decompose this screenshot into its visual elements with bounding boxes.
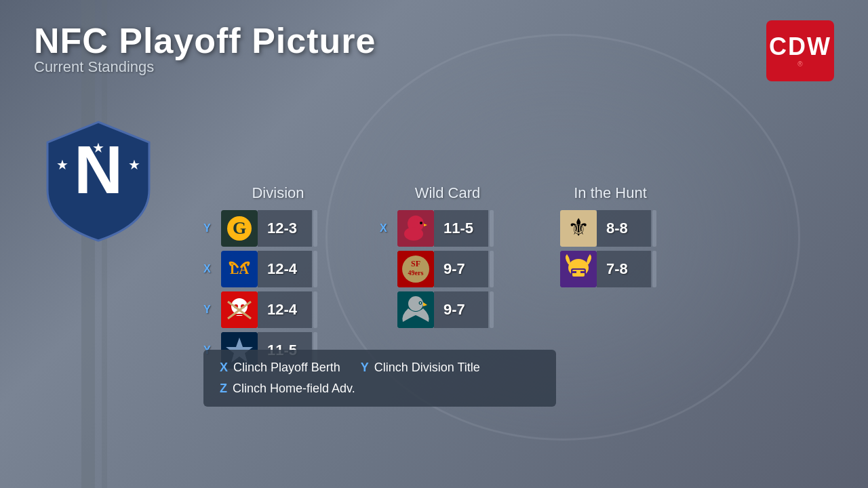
packers-logo-svg: G xyxy=(221,210,258,247)
table-row: X 11-5 xyxy=(380,210,515,247)
division-header: Division xyxy=(203,184,353,202)
row-end-bar xyxy=(652,210,656,247)
page-title: NFC Playoff Picture xyxy=(34,20,834,61)
table-row: SF 49ers 9-7 xyxy=(380,251,515,287)
legend-badge-y: Y xyxy=(361,361,369,375)
team-badge: X xyxy=(380,222,393,235)
team-badge: Y xyxy=(203,304,217,316)
legend-badge-x: X xyxy=(220,361,228,375)
legend-item-y: Y Clinch Division Title xyxy=(361,361,480,375)
rams-logo-svg: LA xyxy=(221,251,258,287)
team-logo-49ers: SF 49ers xyxy=(397,251,434,287)
standings-columns: Division Y G 12-3 X xyxy=(203,184,834,373)
legend-box: X Clinch Playoff Berth Y Clinch Division… xyxy=(203,350,556,407)
main-content: NFC Playoff Picture Current Standings N … xyxy=(0,0,868,488)
team-logo-buccaneers xyxy=(221,291,258,328)
team-record: 7-8 xyxy=(597,251,651,287)
svg-point-22 xyxy=(420,222,422,224)
saints-logo-svg: ⚜ xyxy=(560,210,597,247)
hunt-column: In the Hunt ⚜ 8-8 xyxy=(542,184,678,291)
row-end-bar xyxy=(490,291,494,328)
table-row: Y G 12-3 xyxy=(203,210,353,247)
team-record: 9-7 xyxy=(434,291,488,328)
nfc-logo: N ★ ★ ★ xyxy=(34,115,170,251)
row-end-bar xyxy=(313,210,317,247)
wildcard-header: Wild Card xyxy=(380,184,515,202)
team-record: 9-7 xyxy=(434,251,488,287)
row-end-bar xyxy=(490,210,494,247)
legend-row-1: X Clinch Playoff Berth Y Clinch Division… xyxy=(220,361,540,375)
svg-rect-40 xyxy=(580,271,585,273)
table-row: 9-7 xyxy=(380,291,515,328)
svg-text:SF: SF xyxy=(411,259,420,268)
table-row: ⚜ 8-8 xyxy=(542,210,678,247)
cardinals-logo-svg xyxy=(397,210,434,247)
legend-label-x: Clinch Playoff Berth xyxy=(233,361,340,375)
team-logo-eagles xyxy=(397,291,434,328)
svg-text:★: ★ xyxy=(56,157,68,172)
team-logo-cardinals xyxy=(397,210,434,247)
svg-text:⚜: ⚜ xyxy=(568,214,589,241)
buccaneers-logo-svg xyxy=(221,291,258,328)
team-record: 8-8 xyxy=(597,210,651,247)
team-logo-rams: LA xyxy=(221,251,258,287)
svg-text:★: ★ xyxy=(92,140,104,155)
svg-point-23 xyxy=(404,227,423,241)
legend-item-z: Z Clinch Home-field Adv. xyxy=(220,382,355,396)
team-logo-packers: G xyxy=(221,210,258,247)
legend-label-z: Clinch Home-field Adv. xyxy=(233,382,355,396)
team-record: 11-5 xyxy=(434,210,488,247)
svg-point-32 xyxy=(420,302,421,304)
eagles-logo-svg xyxy=(397,291,434,328)
row-end-bar xyxy=(313,251,317,287)
table-row: X LA 12-4 xyxy=(203,251,353,287)
legend-label-y: Clinch Division Title xyxy=(374,361,480,375)
nfc-shield-svg: N ★ ★ ★ xyxy=(34,115,163,244)
49ers-logo-svg: SF 49ers xyxy=(397,251,434,287)
team-record: 12-3 xyxy=(258,210,312,247)
team-logo-saints: ⚜ xyxy=(560,210,597,247)
row-end-bar xyxy=(313,291,317,328)
hunt-header: In the Hunt xyxy=(542,184,678,202)
legend-row-2: Z Clinch Home-field Adv. xyxy=(220,382,540,396)
row-end-bar xyxy=(652,251,656,287)
team-record: 12-4 xyxy=(258,291,312,328)
title-area: NFC Playoff Picture Current Standings xyxy=(34,20,834,76)
svg-rect-39 xyxy=(572,271,576,273)
wildcard-column: Wild Card X xyxy=(380,184,515,332)
team-badge: X xyxy=(203,263,217,275)
team-record: 12-4 xyxy=(258,251,312,287)
svg-text:49ers: 49ers xyxy=(408,269,424,277)
table-row: 7-8 xyxy=(542,251,678,287)
page-subtitle: Current Standings xyxy=(34,58,834,76)
team-logo-vikings xyxy=(560,251,597,287)
legend-item-x: X Clinch Playoff Berth xyxy=(220,361,340,375)
svg-text:G: G xyxy=(233,218,246,238)
team-badge: Y xyxy=(203,222,217,235)
table-row: Y 12-4 xyxy=(203,291,353,328)
svg-text:★: ★ xyxy=(128,157,140,172)
legend-badge-z: Z xyxy=(220,382,227,396)
vikings-logo-svg xyxy=(560,251,597,287)
division-column: Division Y G 12-3 X xyxy=(203,184,353,373)
row-end-bar xyxy=(490,251,494,287)
